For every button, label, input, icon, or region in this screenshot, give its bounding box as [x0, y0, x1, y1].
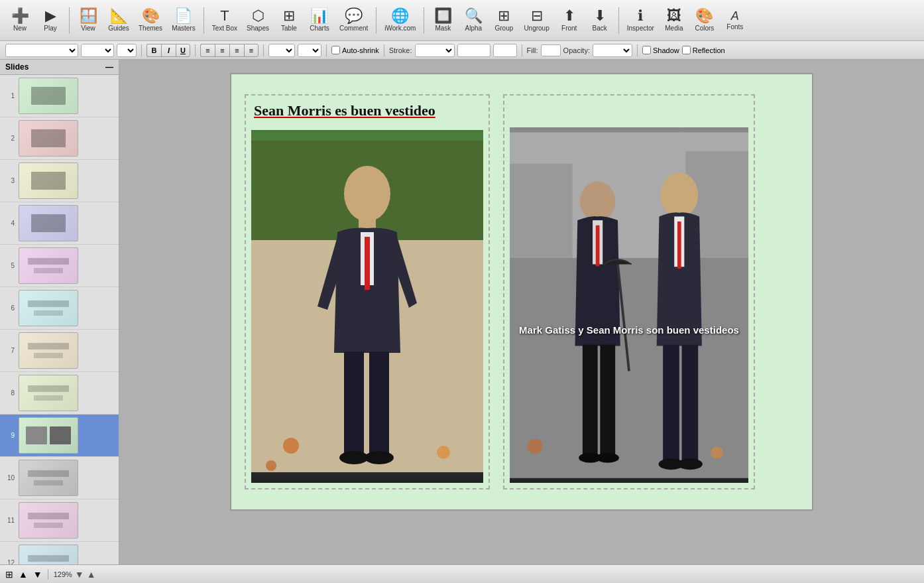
left-slide-photo[interactable]	[251, 130, 483, 483]
font-name-select[interactable]	[5, 44, 78, 57]
textbox-label: Text Box	[212, 25, 237, 32]
left-slide-box: Sean Morris es buen vestideo	[245, 94, 490, 489]
opacity-select[interactable]	[593, 44, 632, 57]
front-button[interactable]: ⬆ Front	[555, 6, 584, 34]
toolbar: ➕ New ▶ Play 🪟 View 📐 Guides 🎨 Themes 📄 …	[0, 0, 924, 41]
back-icon: ⬇	[594, 9, 606, 23]
separator	[69, 7, 70, 34]
comment-button[interactable]: 💬 Comment	[335, 6, 372, 34]
svg-rect-16	[510, 164, 573, 258]
colors-button[interactable]: 🎨 Colors	[690, 6, 719, 34]
slide-thumbnail-7[interactable]: 7	[0, 330, 119, 372]
new-button[interactable]: ➕ New	[5, 6, 34, 34]
slide-number: 6	[4, 304, 15, 312]
slide-thumb	[19, 417, 78, 454]
slide-panel-toggle[interactable]: ▲	[19, 569, 28, 580]
bold-button[interactable]: B	[146, 44, 161, 57]
slide-number: 9	[4, 432, 15, 439]
slide-view-icon[interactable]: ⊞	[5, 569, 13, 580]
slide-thumb-inner	[19, 248, 78, 283]
stroke-value-input[interactable]	[493, 44, 517, 57]
table-button[interactable]: ⊞ Table	[274, 6, 304, 34]
align-left-button[interactable]: ≡	[200, 44, 215, 57]
slide-thumb-inner	[19, 375, 78, 411]
slide-thumbnail-4[interactable]: 4	[0, 202, 119, 245]
italic-button[interactable]: I	[161, 44, 176, 57]
charts-button[interactable]: 📊 Charts	[305, 6, 334, 34]
separator	[376, 7, 376, 34]
align-group: ≡ ≡ ≡ ≡	[200, 44, 259, 57]
align-right-button[interactable]: ≡	[229, 44, 244, 57]
svg-rect-6	[365, 237, 370, 290]
canvas-area[interactable]: Sean Morris es buen vestideo	[119, 60, 924, 564]
fill-color-swatch[interactable]	[541, 44, 561, 56]
fonts-icon: A	[731, 10, 739, 22]
auto-shrink-checkbox[interactable]	[331, 46, 340, 54]
svg-point-19	[580, 181, 615, 222]
format-bar: B I U ≡ ≡ ≡ ≡ Auto-shrink Stroke: Fill: …	[0, 41, 924, 60]
comment-label: Comment	[339, 25, 368, 32]
slide-thumbnail-10[interactable]: 10	[0, 457, 119, 499]
svg-point-13	[266, 460, 276, 471]
left-slide-title[interactable]: Sean Morris es buen vestideo	[246, 96, 489, 125]
textbox-icon: T	[220, 9, 229, 23]
font-size-select[interactable]	[81, 44, 114, 57]
zoom-increase-button[interactable]: ▲	[87, 569, 96, 580]
right-slide-photo[interactable]: Mark Gatiss y Sean Morris son buen vesti…	[510, 127, 748, 483]
align-justify-button[interactable]: ≡	[244, 44, 259, 57]
shapes-button[interactable]: ⬡ Shapes	[243, 6, 273, 34]
stroke-label: Stroke:	[389, 46, 412, 54]
mask-button[interactable]: 🔲 Mask	[428, 6, 457, 34]
slide-thumbnail-5[interactable]: 5	[0, 245, 119, 287]
themes-label: Themes	[139, 25, 162, 32]
svg-point-3	[344, 166, 390, 222]
zoom-decrease-button[interactable]: ▼	[75, 569, 84, 580]
slide-thumb	[19, 460, 78, 496]
slide-thumbnail-12[interactable]: 12	[0, 542, 119, 564]
alpha-button[interactable]: 🔍 Alpha	[459, 6, 488, 34]
group-button[interactable]: ⊞ Group	[489, 6, 518, 34]
slide-panel-toggle2[interactable]: ▼	[33, 569, 42, 580]
slide-thumb-inner	[19, 121, 78, 156]
slide-thumbnail-1[interactable]: 1	[0, 75, 119, 117]
separator	[637, 44, 638, 56]
svg-rect-21	[596, 226, 600, 267]
slide-thumbnail-3[interactable]: 3	[0, 160, 119, 202]
textbox-button[interactable]: T Text Box	[208, 6, 241, 34]
new-label: New	[13, 25, 27, 32]
slides-collapse-button[interactable]: —	[105, 62, 113, 72]
fonts-button[interactable]: A Fonts	[721, 7, 750, 33]
slide-thumb-inner	[19, 78, 78, 113]
media-button[interactable]: 🖼 Media	[660, 6, 689, 34]
iwork-button[interactable]: 🌐 iWork.com	[380, 6, 420, 34]
slide-number: 8	[4, 389, 15, 397]
ungroup-button[interactable]: ⊟ Ungroup	[520, 6, 553, 34]
slide-thumb	[19, 375, 78, 411]
align-center-button[interactable]: ≡	[215, 44, 229, 57]
slide-thumbnail-11[interactable]: 11	[0, 499, 119, 542]
back-button[interactable]: ⬇ Back	[585, 6, 614, 34]
slide-thumbnail-2[interactable]: 2	[0, 117, 119, 160]
columns-select[interactable]	[298, 44, 321, 57]
line-spacing-select[interactable]	[268, 44, 295, 57]
shadow-checkbox[interactable]	[642, 46, 651, 54]
masters-button[interactable]: 📄 Masters	[168, 6, 200, 34]
play-button[interactable]: ▶ Play	[36, 6, 65, 34]
slide-thumb-inner	[19, 503, 78, 538]
stroke-style-select[interactable]	[415, 44, 455, 57]
slide-thumb	[19, 332, 78, 369]
underline-button[interactable]: U	[176, 44, 190, 57]
separator	[618, 7, 619, 34]
guides-button[interactable]: 📐 Guides	[104, 6, 133, 34]
themes-button[interactable]: 🎨 Themes	[135, 6, 166, 34]
color-select[interactable]	[117, 44, 137, 57]
reflection-checkbox[interactable]	[682, 46, 691, 54]
slide-thumbnail-9[interactable]: 9	[0, 415, 119, 457]
slide-thumb	[19, 502, 78, 539]
slide-thumbnail-8[interactable]: 8	[0, 372, 119, 415]
inspector-button[interactable]: ℹ Inspector	[623, 6, 658, 34]
alpha-icon: 🔍	[465, 9, 483, 23]
slide-thumbnail-6[interactable]: 6	[0, 287, 119, 330]
stroke-width-input[interactable]	[457, 44, 491, 57]
view-button[interactable]: 🪟 View	[74, 6, 103, 34]
